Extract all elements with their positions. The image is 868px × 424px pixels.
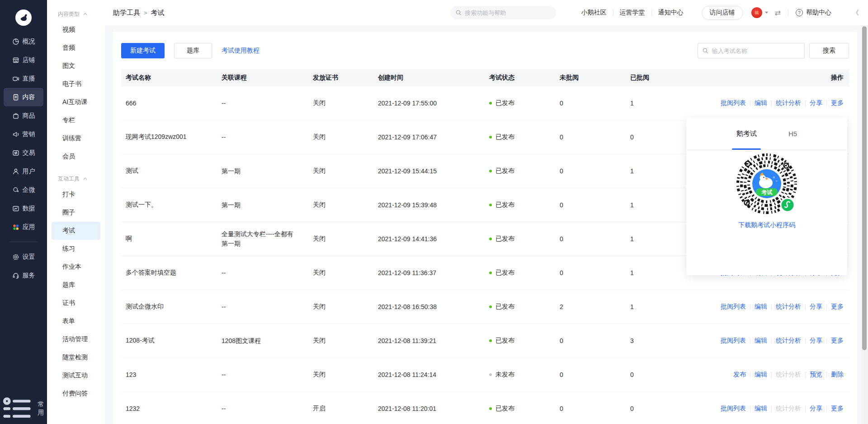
- action-link[interactable]: 更多: [831, 303, 844, 311]
- sidebar-item-service[interactable]: 服务: [4, 266, 43, 285]
- submenu-item[interactable]: 练习: [52, 240, 100, 258]
- submenu-item[interactable]: 表单: [52, 312, 100, 330]
- action-link[interactable]: 更多: [831, 405, 844, 413]
- tutorial-link[interactable]: 考试使用教程: [222, 47, 259, 55]
- sidebar-item-goods[interactable]: 商品: [4, 106, 43, 125]
- action-link[interactable]: 编辑: [755, 405, 767, 413]
- action-link[interactable]: 统计分析: [776, 99, 801, 107]
- sidebar-item-wecom[interactable]: 企微: [4, 181, 43, 199]
- tab-goose-exam[interactable]: 鹅考试: [734, 118, 760, 150]
- account-menu[interactable]: 福: [751, 7, 769, 18]
- submenu-item[interactable]: 会员: [52, 148, 100, 166]
- action-link[interactable]: 分享: [810, 303, 822, 311]
- submenu-item[interactable]: 作业本: [52, 258, 100, 276]
- new-exam-button[interactable]: 新建考试: [121, 43, 165, 58]
- exam-search[interactable]: [698, 43, 805, 58]
- course-cell: 1208图文课程: [222, 336, 313, 346]
- submenu-item[interactable]: 视频: [52, 21, 100, 39]
- sidebar-item-settings[interactable]: 设置: [4, 248, 43, 266]
- action-link[interactable]: 批阅列表: [721, 405, 746, 413]
- sidebar-item-content[interactable]: 内容: [4, 88, 43, 106]
- exam-search-input[interactable]: [712, 48, 800, 54]
- certificate-cell: 关闭: [313, 99, 378, 107]
- submenu-item[interactable]: 图文: [52, 57, 100, 75]
- breadcrumb-parent[interactable]: 助学工具: [113, 9, 140, 17]
- help-center[interactable]: ? 帮助中心: [796, 9, 831, 17]
- submenu-item[interactable]: 音频: [52, 39, 100, 57]
- status-label: 已发布: [495, 269, 514, 277]
- switch-account-icon[interactable]: ⇄: [775, 9, 781, 17]
- link-notifications[interactable]: 通知中心: [652, 9, 690, 17]
- section-title[interactable]: 内容类型: [47, 7, 105, 21]
- action-link[interactable]: 统计分析: [776, 337, 801, 345]
- action-link[interactable]: 编辑: [755, 99, 767, 107]
- action-link[interactable]: 统计分析: [776, 303, 801, 311]
- action-link[interactable]: 删除: [831, 371, 844, 379]
- avatar[interactable]: 福: [751, 7, 762, 18]
- actions-cell: 批阅列表编辑统计分析分享更多: [698, 303, 844, 311]
- action-link[interactable]: 分享: [810, 337, 822, 345]
- created-cell: 2021-12-09 17:55:00: [378, 100, 489, 107]
- submenu-item[interactable]: 证书: [52, 294, 100, 312]
- submenu-item[interactable]: 付费问答: [52, 385, 100, 403]
- action-link[interactable]: 更多: [831, 99, 844, 107]
- action-link: 统计分析: [776, 371, 801, 379]
- unreviewed-cell: 0: [560, 371, 630, 378]
- search-button[interactable]: 搜索: [809, 43, 849, 58]
- submenu-item[interactable]: 题库: [52, 276, 100, 294]
- download-qr-link[interactable]: 下载鹅考试小程序码: [738, 221, 795, 229]
- action-link[interactable]: 预览: [810, 371, 822, 379]
- app-logo[interactable]: [15, 10, 32, 26]
- action-link[interactable]: 批阅列表: [721, 337, 746, 345]
- submenu-item[interactable]: 考试: [52, 222, 100, 240]
- course-cell: --: [222, 370, 313, 380]
- submenu-item[interactable]: AI互动课: [52, 93, 100, 111]
- submenu-item[interactable]: 随堂检测: [52, 348, 100, 367]
- scrollbar-thumb[interactable]: [862, 26, 867, 350]
- submenu-item[interactable]: 专栏: [52, 111, 100, 129]
- sidebar-item-live[interactable]: 直播: [4, 69, 43, 88]
- divider: [805, 338, 806, 344]
- action-link[interactable]: 更多: [831, 337, 844, 345]
- submenu-item[interactable]: 电子书: [52, 75, 100, 93]
- action-link[interactable]: 批阅列表: [721, 303, 746, 311]
- sidebar-item-trade[interactable]: 交易: [4, 143, 43, 162]
- share-popup: 鹅考试 H5: [686, 118, 847, 275]
- section-title[interactable]: 互动工具: [47, 172, 105, 186]
- global-search[interactable]: [450, 6, 556, 19]
- action-link[interactable]: 分享: [810, 405, 822, 413]
- divider: [826, 406, 827, 412]
- collapse-panel-icon[interactable]: 《: [852, 9, 858, 17]
- action-link[interactable]: 编辑: [755, 371, 767, 379]
- question-bank-button[interactable]: 题库: [174, 43, 212, 58]
- submenu-item[interactable]: 打卡: [52, 186, 100, 204]
- action-link[interactable]: 批阅列表: [721, 99, 746, 107]
- sidebar-item-frequent[interactable]: 常用: [0, 400, 47, 418]
- visit-shop-button[interactable]: 访问店铺: [702, 6, 743, 20]
- link-community[interactable]: 小鹅社区: [575, 9, 613, 17]
- global-search-input[interactable]: [465, 10, 550, 16]
- sidebar-item-users[interactable]: 用户: [4, 162, 43, 181]
- action-link[interactable]: 编辑: [755, 337, 767, 345]
- sidebar-item-overview[interactable]: 概况: [4, 32, 43, 51]
- svg-text:考试: 考试: [761, 189, 773, 195]
- submenu-item[interactable]: 圈子: [52, 204, 100, 222]
- action-link[interactable]: 分享: [810, 99, 822, 107]
- page-scrollbar[interactable]: [861, 26, 868, 424]
- sidebar-item-data[interactable]: 数据: [4, 199, 43, 218]
- action-link[interactable]: 发布: [733, 371, 746, 379]
- submenu-item[interactable]: 训练营: [52, 129, 100, 148]
- link-academy[interactable]: 运营学堂: [613, 9, 651, 17]
- submenu-item[interactable]: 活动管理: [52, 330, 100, 348]
- sidebar-item-apps[interactable]: 应用: [4, 218, 43, 236]
- action-link[interactable]: 编辑: [755, 303, 767, 311]
- sidebar-item-marketing[interactable]: 营销: [4, 125, 43, 143]
- tab-h5[interactable]: H5: [786, 118, 800, 150]
- course-cell: --: [222, 268, 313, 278]
- status-label: 已发布: [495, 133, 514, 141]
- sidebar-item-shop[interactable]: 店铺: [4, 51, 43, 69]
- submenu-item[interactable]: 测试互动: [52, 367, 100, 385]
- unreviewed-cell: 0: [560, 405, 630, 412]
- status-label: 已发布: [495, 235, 514, 243]
- divider: [750, 338, 750, 344]
